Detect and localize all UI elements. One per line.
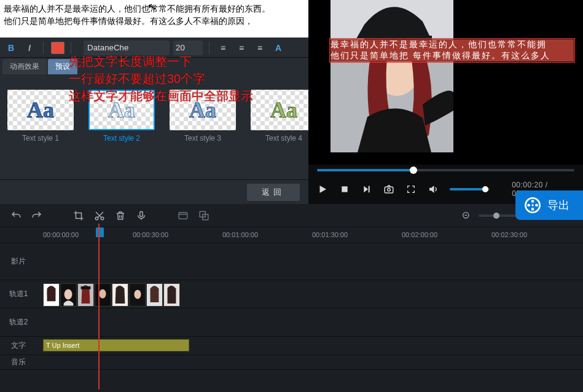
ruler-label: 00:00:30:00 <box>133 231 168 238</box>
track-text[interactable]: 文字 T Up Insert <box>0 337 583 355</box>
ruler-label: 00:02:00:00 <box>402 231 437 238</box>
volume-slider[interactable] <box>450 188 490 190</box>
divider <box>43 42 44 54</box>
add-media-button[interactable] <box>177 210 189 222</box>
preview-viewport: 最幸福的人并不是最幸运的人，他们也常常不能拥 他们只是简单地把 每件事情做得最好… <box>308 0 583 165</box>
svg-rect-4 <box>342 186 347 192</box>
ruler-label: 00:00:00:00 <box>43 231 79 238</box>
text-line2: 他们只是简单地把每件事情做得最好。有这么多人不幸福的原因， <box>4 16 253 26</box>
italic-button[interactable]: I <box>22 41 37 55</box>
svg-rect-16 <box>140 211 143 216</box>
fullscreen-button[interactable] <box>405 183 417 195</box>
svg-point-7 <box>388 189 391 192</box>
divider <box>209 42 209 54</box>
time-ruler[interactable]: 00:00:00:00 00:00:30:00 00:01:00:00 00:0… <box>0 227 583 243</box>
text-tab-bar: 动画效果 预设 <box>0 58 308 75</box>
voiceover-button[interactable] <box>135 210 147 222</box>
track-label: 轨道2 <box>0 317 37 327</box>
back-button[interactable]: 返回 <box>247 184 300 201</box>
svg-point-13 <box>531 204 533 206</box>
text-style-2[interactable]: Aa Text style 2 <box>88 90 155 143</box>
svg-point-9 <box>531 200 534 203</box>
text-style-1[interactable]: Aa Text style 1 <box>7 90 74 143</box>
style-label: Text style 3 <box>170 134 236 143</box>
svg-rect-29 <box>81 286 91 289</box>
svg-point-31 <box>99 289 106 299</box>
zoom-out-button[interactable] <box>460 210 472 222</box>
style-thumb: Aa <box>7 90 74 130</box>
step-forward-button[interactable] <box>361 183 372 195</box>
text-color-picker[interactable] <box>51 42 65 54</box>
cut-button[interactable] <box>93 210 106 222</box>
text-style-gallery: Aa Text style 1 Aa Text style 2 Aa Text … <box>0 75 308 179</box>
style-thumb: Aa <box>251 90 317 130</box>
snapshot-button[interactable] <box>383 183 394 195</box>
play-button[interactable] <box>317 183 328 195</box>
align-left-button[interactable]: ≡ <box>216 41 230 55</box>
track-area: 影片 轨道1 轨道2 文字 <box>0 243 583 392</box>
crop-button[interactable] <box>72 210 85 222</box>
style-label: Text style 1 <box>7 134 74 143</box>
track-label: 影片 <box>0 256 37 267</box>
ruler-label: 00:01:00:00 <box>222 231 258 238</box>
preview-frame <box>331 0 453 152</box>
add-overlay-button[interactable] <box>198 210 210 222</box>
track-label: 轨道1 <box>0 289 37 299</box>
style-label: Text style 2 <box>88 134 155 143</box>
delete-button[interactable] <box>114 210 127 222</box>
svg-rect-6 <box>385 187 393 193</box>
track-1[interactable]: 轨道1 <box>0 280 583 308</box>
svg-point-10 <box>531 208 534 211</box>
text-format-toolbar: B I ≡ ≡ ≡ A <box>0 38 308 58</box>
timeline-toolbar <box>0 204 583 227</box>
style-thumb: Aa <box>88 90 155 130</box>
preview-panel: 最幸福的人并不是最幸运的人，他们也常常不能拥 他们只是简单地把 每件事情做得最好… <box>308 0 583 204</box>
align-center-button[interactable]: ≡ <box>234 41 249 55</box>
tab-preset[interactable]: 预设 <box>48 59 77 74</box>
svg-rect-17 <box>179 212 187 219</box>
svg-point-26 <box>65 289 72 300</box>
style-label: Text style 4 <box>251 134 317 143</box>
font-family-select[interactable] <box>84 41 170 55</box>
ruler-label: 00:01:30:00 <box>312 231 348 238</box>
export-label: 导出 <box>547 198 569 213</box>
divider <box>71 42 71 54</box>
progress-bar[interactable] <box>317 166 574 174</box>
track-label: 音乐 <box>0 357 37 367</box>
bold-button[interactable]: B <box>4 41 18 55</box>
volume-icon[interactable] <box>428 183 439 195</box>
svg-point-11 <box>527 204 530 207</box>
undo-button[interactable] <box>10 210 22 222</box>
svg-point-35 <box>134 290 141 299</box>
playhead-line[interactable] <box>98 224 100 390</box>
track-2[interactable]: 轨道2 <box>0 308 583 337</box>
tab-motion[interactable]: 动画效果 <box>2 59 47 74</box>
align-right-button[interactable]: ≡ <box>252 41 267 55</box>
font-size-select[interactable] <box>173 41 203 55</box>
subtitle-overlay: 最幸福的人并不是最幸运的人，他们也常常不能拥 他们只是简单地把 每件事情做得最好… <box>329 38 575 63</box>
playhead-marker[interactable] <box>96 227 104 237</box>
track-video[interactable]: 影片 <box>0 243 583 280</box>
svg-rect-5 <box>369 186 370 193</box>
export-button[interactable]: 导出 <box>515 190 583 220</box>
ruler-label: 00:02:30:00 <box>491 231 527 238</box>
panel-bottom-bar: 返回 <box>0 179 308 204</box>
text-style-button[interactable]: A <box>271 41 286 55</box>
timeline: 00:00:00:00 00:00:30:00 00:01:00:00 00:0… <box>0 204 583 392</box>
film-reel-icon <box>524 197 541 214</box>
redo-button[interactable] <box>31 210 43 222</box>
stop-button[interactable] <box>339 183 350 195</box>
subtitle-line-2: 他们只是简单地把 每件事情做得最好。有这么多人 <box>331 50 574 61</box>
text-line1: 最幸福的人并不是最幸运的人，他们也常常不能拥有所有最好的东西。 <box>4 4 270 14</box>
text-clip[interactable]: T Up Insert <box>43 339 189 351</box>
svg-point-12 <box>535 204 538 207</box>
clip-strip[interactable] <box>43 283 180 307</box>
track-label: 文字 <box>0 340 37 351</box>
text-style-3[interactable]: Aa Text style 3 <box>170 90 236 143</box>
subtitle-textarea[interactable]: 最幸福的人并不是最幸运的人，他们也常常不能拥有所有最好的东西。 他们只是简单地把… <box>0 0 308 38</box>
subtitle-line-1: 最幸福的人并不是最幸运的人，他们也常常不能拥 <box>331 39 574 50</box>
style-thumb: Aa <box>170 90 236 130</box>
text-style-4[interactable]: Aa Text style 4 <box>251 90 317 143</box>
track-music[interactable]: 音乐 <box>0 355 583 370</box>
